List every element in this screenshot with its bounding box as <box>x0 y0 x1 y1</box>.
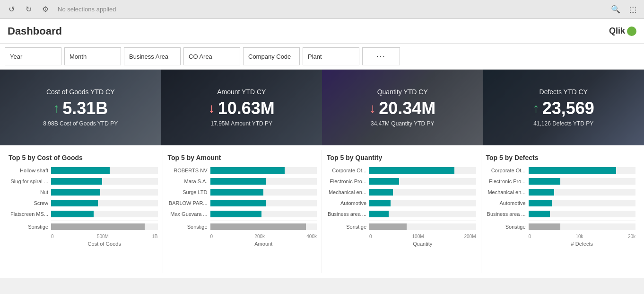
bar-fill <box>369 178 399 185</box>
redo-button[interactable]: ↻ <box>22 3 35 16</box>
undo-button[interactable]: ↺ <box>5 3 18 16</box>
kpi-4-label: Defects YTD CY <box>533 88 594 96</box>
bar-row: Sonstige <box>327 223 476 231</box>
axis-tick: 400k <box>306 234 317 239</box>
kpi-2-sub: 17.95M Amount YTD PY <box>209 120 275 127</box>
kpi-1-label: Cost of Goods YTD CY <box>43 88 118 96</box>
bar-track <box>210 200 317 206</box>
bar-track <box>369 167 476 174</box>
kpi-cost-of-goods: Cost of Goods YTD CY ↑ 5.31B 8.98B Cost … <box>0 70 161 145</box>
bar-track <box>529 178 636 185</box>
kpi-2-value: 10.63M <box>218 98 275 118</box>
axis-tick: 100M <box>412 234 424 239</box>
bar-row: Automotive <box>327 199 476 207</box>
bar-fill <box>529 178 561 185</box>
axis-tick: 500M <box>97 234 109 239</box>
filter-bar: Year Month Business Area CO Area Company… <box>0 44 644 70</box>
bar-track <box>529 167 636 174</box>
bar-chart-3: Corporate Ot...Electronic Pro...Mechanic… <box>486 166 636 247</box>
bar-row: Mechanical en... <box>486 188 636 196</box>
filter-more[interactable]: ··· <box>362 47 400 65</box>
bar-track <box>369 211 476 217</box>
axis-tick: 0 <box>51 234 54 239</box>
filter-month[interactable]: Month <box>64 47 121 65</box>
kpi-3-value: 20.34M <box>379 98 435 118</box>
bar-label: Hollow shaft <box>9 168 51 173</box>
bar-chart-1: ROBERTS NVMara S.A.Surge LTDBARLOW PAR..… <box>168 166 317 247</box>
bar-row: Automotive <box>486 199 636 207</box>
bar-fill <box>210 178 266 185</box>
kpi-row: Cost of Goods YTD CY ↑ 5.31B 8.98B Cost … <box>0 70 644 145</box>
bar-track <box>51 211 158 217</box>
search-button[interactable]: 🔍 <box>609 3 622 16</box>
bar-fill <box>51 178 102 185</box>
filter-year[interactable]: Year <box>5 47 61 65</box>
bar-row: Screw <box>9 199 158 207</box>
bar-fill <box>529 189 554 196</box>
bar-axis-1: 0200k400k <box>168 234 317 239</box>
chart-panel-1: Top 5 by AmountROBERTS NVMara S.A.Surge … <box>163 150 322 273</box>
bar-label: ROBERTS NV <box>168 168 210 173</box>
bar-track <box>51 200 158 206</box>
kpi-amount: Amount YTD CY ↓ 10.63M 17.95M Amount YTD… <box>161 70 322 145</box>
chart-panel-0: Top 5 by Cost of GoodsHollow shaftSlug f… <box>4 150 163 273</box>
bar-label: Sonstige <box>327 224 369 230</box>
bar-fill <box>51 223 145 230</box>
kpi-3-sub: 34.47M Quantity YTD PY <box>369 120 435 127</box>
bar-fill <box>369 211 389 217</box>
bar-track <box>210 189 317 196</box>
bar-fill <box>210 211 261 217</box>
bar-row: Corporate Ot... <box>486 166 636 175</box>
bar-track <box>210 211 317 217</box>
bar-fill <box>369 189 393 196</box>
bar-row: Sonstige <box>9 223 158 231</box>
bar-row: Surge LTD <box>168 188 317 196</box>
axis-tick: 0 <box>369 234 372 239</box>
select-region-button[interactable]: ⬚ <box>626 3 639 16</box>
bar-fill <box>51 167 110 174</box>
filter-plant[interactable]: Plant <box>303 47 359 65</box>
toolbar-right: 🔍 ⬚ <box>609 3 639 16</box>
bar-track <box>369 200 476 206</box>
filter-company-code[interactable]: Company Code <box>243 47 300 65</box>
axis-tick: 200k <box>254 234 265 239</box>
bar-track <box>369 223 476 230</box>
bar-axis-0: 0500M1B <box>9 234 158 239</box>
bar-label: Electronic Pro... <box>486 178 529 184</box>
filter-co-area[interactable]: CO Area <box>183 47 240 65</box>
bar-chart-0: Hollow shaftSlug for spiral ...NutScrewF… <box>9 166 158 247</box>
bar-track <box>210 167 317 174</box>
bar-row: Mechanical en... <box>327 188 476 196</box>
bar-track <box>529 200 636 206</box>
bar-fill <box>529 211 550 217</box>
axis-tick: 20k <box>628 234 635 239</box>
page-title: Dashboard <box>8 25 62 37</box>
kpi-2-arrow-down-icon: ↓ <box>209 101 215 116</box>
bar-row: Electronic Pro... <box>327 177 476 186</box>
bar-label: Electronic Pro... <box>327 178 369 184</box>
bar-label: Mara S.A. <box>168 178 210 184</box>
bar-track <box>51 167 158 174</box>
bar-label: Flatscreen MS... <box>9 211 51 217</box>
bar-axis-label-0: Cost of Goods <box>9 241 158 247</box>
bar-axis-label-1: Amount <box>168 241 317 247</box>
kpi-4-arrow-up-icon: ↑ <box>533 101 540 116</box>
no-selections-label: No selections applied <box>58 6 605 13</box>
bar-fill <box>210 223 306 230</box>
bar-fill <box>369 167 454 174</box>
bar-fill <box>210 200 266 206</box>
bar-row: Business area ... <box>486 210 636 218</box>
bar-track <box>51 189 158 196</box>
bar-label: Automotive <box>486 200 529 206</box>
bar-fill <box>51 189 100 196</box>
settings-button[interactable]: ⚙ <box>39 3 52 16</box>
bar-track <box>210 178 317 185</box>
kpi-4-value: 23,569 <box>542 98 594 118</box>
bar-label: Sonstige <box>9 224 51 230</box>
filter-business-area[interactable]: Business Area <box>124 47 181 65</box>
kpi-1-value: 5.31B <box>62 98 108 118</box>
chart-panel-2: Top 5 by QuantityCorporate Ot...Electron… <box>322 150 481 273</box>
bar-label: Mechanical en... <box>486 189 529 195</box>
bar-label: Corporate Ot... <box>327 168 369 173</box>
qlik-text: Qlik <box>609 26 625 36</box>
